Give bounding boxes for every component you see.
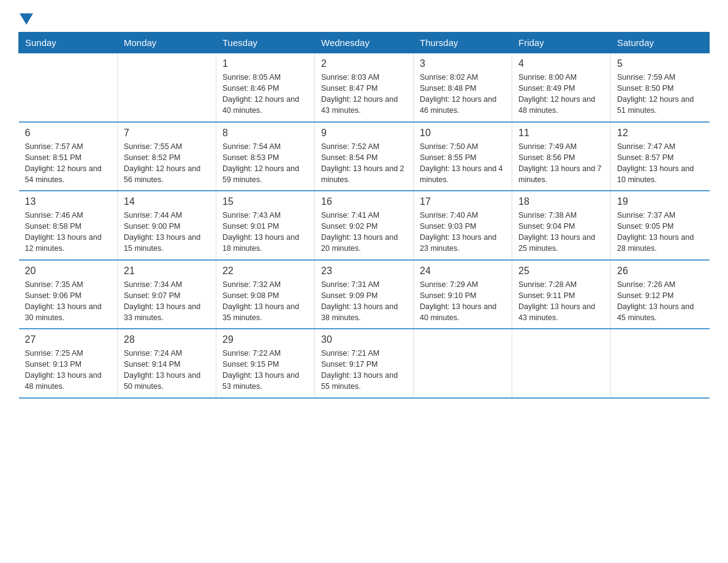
calendar-cell: 16Sunrise: 7:41 AM Sunset: 9:02 PM Dayli… <box>315 191 414 260</box>
calendar-week-row: 27Sunrise: 7:25 AM Sunset: 9:13 PM Dayli… <box>19 329 710 398</box>
day-number: 17 <box>420 196 506 207</box>
calendar-cell: 21Sunrise: 7:34 AM Sunset: 9:07 PM Dayli… <box>118 260 216 329</box>
calendar-cell: 19Sunrise: 7:37 AM Sunset: 9:05 PM Dayli… <box>611 191 710 260</box>
weekday-header-saturday: Saturday <box>611 33 710 53</box>
day-info: Sunrise: 7:34 AM Sunset: 9:07 PM Dayligh… <box>124 279 210 324</box>
day-number: 23 <box>321 266 407 277</box>
day-number: 24 <box>420 266 506 277</box>
day-info: Sunrise: 7:54 AM Sunset: 8:53 PM Dayligh… <box>222 141 308 186</box>
calendar-cell: 24Sunrise: 7:29 AM Sunset: 9:10 PM Dayli… <box>414 260 512 329</box>
day-info: Sunrise: 7:25 AM Sunset: 9:13 PM Dayligh… <box>25 348 112 393</box>
day-number: 30 <box>321 334 407 345</box>
day-number: 2 <box>321 58 407 69</box>
calendar-cell: 18Sunrise: 7:38 AM Sunset: 9:04 PM Dayli… <box>512 191 611 260</box>
page-header <box>18 12 710 26</box>
day-number: 15 <box>222 196 308 207</box>
calendar-cell: 9Sunrise: 7:52 AM Sunset: 8:54 PM Daylig… <box>315 122 414 191</box>
day-number: 6 <box>25 128 112 139</box>
weekday-header-sunday: Sunday <box>19 33 118 53</box>
calendar-cell: 29Sunrise: 7:22 AM Sunset: 9:15 PM Dayli… <box>216 329 315 398</box>
calendar-cell <box>512 329 611 398</box>
day-info: Sunrise: 8:02 AM Sunset: 8:48 PM Dayligh… <box>420 72 506 117</box>
day-info: Sunrise: 7:37 AM Sunset: 9:05 PM Dayligh… <box>617 210 703 255</box>
calendar-cell <box>414 329 512 398</box>
day-info: Sunrise: 7:32 AM Sunset: 9:08 PM Dayligh… <box>222 279 308 324</box>
weekday-header-wednesday: Wednesday <box>315 33 414 53</box>
calendar-cell: 6Sunrise: 7:57 AM Sunset: 8:51 PM Daylig… <box>19 122 118 191</box>
calendar-cell: 14Sunrise: 7:44 AM Sunset: 9:00 PM Dayli… <box>118 191 216 260</box>
day-info: Sunrise: 7:49 AM Sunset: 8:56 PM Dayligh… <box>518 141 604 186</box>
weekday-header-friday: Friday <box>512 33 611 53</box>
calendar-cell: 1Sunrise: 8:05 AM Sunset: 8:46 PM Daylig… <box>216 53 315 122</box>
calendar-cell: 28Sunrise: 7:24 AM Sunset: 9:14 PM Dayli… <box>118 329 216 398</box>
day-info: Sunrise: 7:26 AM Sunset: 9:12 PM Dayligh… <box>617 279 703 324</box>
day-info: Sunrise: 7:35 AM Sunset: 9:06 PM Dayligh… <box>25 279 112 324</box>
day-number: 19 <box>617 196 703 207</box>
weekday-header-monday: Monday <box>118 33 216 53</box>
day-info: Sunrise: 8:03 AM Sunset: 8:47 PM Dayligh… <box>321 72 407 117</box>
weekday-header-row: SundayMondayTuesdayWednesdayThursdayFrid… <box>19 33 710 53</box>
calendar-week-row: 6Sunrise: 7:57 AM Sunset: 8:51 PM Daylig… <box>19 122 710 191</box>
logo-arrow-icon <box>20 12 33 26</box>
day-info: Sunrise: 7:55 AM Sunset: 8:52 PM Dayligh… <box>124 141 210 186</box>
calendar-cell: 15Sunrise: 7:43 AM Sunset: 9:01 PM Dayli… <box>216 191 315 260</box>
calendar-cell: 30Sunrise: 7:21 AM Sunset: 9:17 PM Dayli… <box>315 329 414 398</box>
day-number: 7 <box>124 128 210 139</box>
calendar-cell: 11Sunrise: 7:49 AM Sunset: 8:56 PM Dayli… <box>512 122 611 191</box>
day-info: Sunrise: 7:40 AM Sunset: 9:03 PM Dayligh… <box>420 210 506 255</box>
day-info: Sunrise: 7:28 AM Sunset: 9:11 PM Dayligh… <box>518 279 604 324</box>
day-number: 10 <box>420 128 506 139</box>
day-number: 28 <box>124 334 210 345</box>
weekday-header-thursday: Thursday <box>414 33 512 53</box>
day-number: 11 <box>518 128 604 139</box>
calendar-cell <box>118 53 216 122</box>
calendar-cell: 17Sunrise: 7:40 AM Sunset: 9:03 PM Dayli… <box>414 191 512 260</box>
calendar-cell: 4Sunrise: 8:00 AM Sunset: 8:49 PM Daylig… <box>512 53 611 122</box>
day-info: Sunrise: 7:21 AM Sunset: 9:17 PM Dayligh… <box>321 348 407 393</box>
day-number: 1 <box>222 58 308 69</box>
calendar-cell: 27Sunrise: 7:25 AM Sunset: 9:13 PM Dayli… <box>19 329 118 398</box>
calendar-cell: 7Sunrise: 7:55 AM Sunset: 8:52 PM Daylig… <box>118 122 216 191</box>
day-info: Sunrise: 7:46 AM Sunset: 8:58 PM Dayligh… <box>25 210 112 255</box>
calendar-cell: 13Sunrise: 7:46 AM Sunset: 8:58 PM Dayli… <box>19 191 118 260</box>
calendar-cell <box>19 53 118 122</box>
day-info: Sunrise: 7:31 AM Sunset: 9:09 PM Dayligh… <box>321 279 407 324</box>
logo <box>18 12 33 26</box>
day-number: 3 <box>420 58 506 69</box>
day-info: Sunrise: 7:22 AM Sunset: 9:15 PM Dayligh… <box>222 348 308 393</box>
calendar-cell: 22Sunrise: 7:32 AM Sunset: 9:08 PM Dayli… <box>216 260 315 329</box>
calendar-cell: 5Sunrise: 7:59 AM Sunset: 8:50 PM Daylig… <box>611 53 710 122</box>
calendar-cell <box>611 329 710 398</box>
calendar-week-row: 13Sunrise: 7:46 AM Sunset: 8:58 PM Dayli… <box>19 191 710 260</box>
day-info: Sunrise: 7:57 AM Sunset: 8:51 PM Dayligh… <box>25 141 112 186</box>
calendar-cell: 20Sunrise: 7:35 AM Sunset: 9:06 PM Dayli… <box>19 260 118 329</box>
day-info: Sunrise: 7:50 AM Sunset: 8:55 PM Dayligh… <box>420 141 506 186</box>
calendar-cell: 23Sunrise: 7:31 AM Sunset: 9:09 PM Dayli… <box>315 260 414 329</box>
svg-marker-0 <box>20 13 33 25</box>
calendar-cell: 12Sunrise: 7:47 AM Sunset: 8:57 PM Dayli… <box>611 122 710 191</box>
day-info: Sunrise: 7:29 AM Sunset: 9:10 PM Dayligh… <box>420 279 506 324</box>
weekday-header-tuesday: Tuesday <box>216 33 315 53</box>
day-info: Sunrise: 8:00 AM Sunset: 8:49 PM Dayligh… <box>518 72 604 117</box>
day-number: 18 <box>518 196 604 207</box>
day-info: Sunrise: 7:24 AM Sunset: 9:14 PM Dayligh… <box>124 348 210 393</box>
day-number: 16 <box>321 196 407 207</box>
calendar-cell: 26Sunrise: 7:26 AM Sunset: 9:12 PM Dayli… <box>611 260 710 329</box>
calendar-cell: 3Sunrise: 8:02 AM Sunset: 8:48 PM Daylig… <box>414 53 512 122</box>
day-number: 14 <box>124 196 210 207</box>
day-number: 26 <box>617 266 703 277</box>
day-number: 4 <box>518 58 604 69</box>
calendar-week-row: 20Sunrise: 7:35 AM Sunset: 9:06 PM Dayli… <box>19 260 710 329</box>
day-number: 22 <box>222 266 308 277</box>
day-info: Sunrise: 8:05 AM Sunset: 8:46 PM Dayligh… <box>222 72 308 117</box>
day-info: Sunrise: 7:52 AM Sunset: 8:54 PM Dayligh… <box>321 141 407 186</box>
day-number: 5 <box>617 58 703 69</box>
day-info: Sunrise: 7:59 AM Sunset: 8:50 PM Dayligh… <box>617 72 703 117</box>
calendar-week-row: 1Sunrise: 8:05 AM Sunset: 8:46 PM Daylig… <box>19 53 710 122</box>
calendar-table: SundayMondayTuesdayWednesdayThursdayFrid… <box>18 32 710 399</box>
day-info: Sunrise: 7:44 AM Sunset: 9:00 PM Dayligh… <box>124 210 210 255</box>
calendar-cell: 8Sunrise: 7:54 AM Sunset: 8:53 PM Daylig… <box>216 122 315 191</box>
day-number: 29 <box>222 334 308 345</box>
day-number: 25 <box>518 266 604 277</box>
day-number: 13 <box>25 196 112 207</box>
